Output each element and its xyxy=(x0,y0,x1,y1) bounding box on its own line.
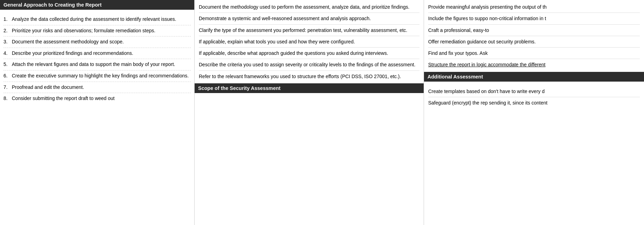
bullet-item: Safeguard (encrypt) the rep sending it, … xyxy=(428,97,640,108)
list-number: 7. xyxy=(3,84,12,91)
list-text: Document the assessment methodology and … xyxy=(12,39,191,45)
list-text: Analyze the data collected during the as… xyxy=(12,16,191,23)
list-number: 2. xyxy=(3,27,12,34)
bullet-item: Refer to the relevant frameworks you use… xyxy=(199,71,419,82)
bullet-item: Provide meaningful analysis presenting t… xyxy=(428,1,640,13)
col3-content-top: Provide meaningful analysis presenting t… xyxy=(424,0,644,72)
list-item: 8.Consider submitting the report draft t… xyxy=(3,93,191,104)
column-2: Document the methodology used to perform… xyxy=(195,0,424,225)
col1-header: General Approach to Creating the Report xyxy=(0,0,194,10)
list-number: 4. xyxy=(3,50,12,57)
col3-list: Provide meaningful analysis presenting t… xyxy=(428,1,640,70)
list-item: 4.Describe your prioritized findings and… xyxy=(3,48,191,59)
column-1: General Approach to Creating the Report … xyxy=(0,0,195,225)
list-number: 3. xyxy=(3,39,12,45)
bullet-item: Find and fix your typos. Ask xyxy=(428,48,640,59)
col2-list: Document the methodology used to perform… xyxy=(199,1,419,82)
list-text: Consider submitting the report draft to … xyxy=(12,95,191,102)
list-text: Proofread and edit the document. xyxy=(12,84,191,91)
column-3: Provide meaningful analysis presenting t… xyxy=(424,0,644,225)
list-item: 5.Attach the relevant figures and data t… xyxy=(3,59,191,70)
col1-content: 1.Analyze the data collected during the … xyxy=(0,12,194,106)
list-number: 5. xyxy=(3,61,12,68)
bullet-item: If applicable, describe what approach gu… xyxy=(199,48,419,59)
bullet-item: Clarify the type of the assessment you p… xyxy=(199,25,419,36)
col2-section2-header: Scope of the Security Assessment xyxy=(195,83,424,93)
col2-content-top: Document the methodology used to perform… xyxy=(195,0,424,83)
bullet-item: Craft a professional, easy-to xyxy=(428,25,640,36)
list-item: 6.Create the executive summary to highli… xyxy=(3,70,191,82)
bullet-item: Demonstrate a systemic and well-reasoned… xyxy=(199,13,419,24)
list-number: 8. xyxy=(3,95,12,102)
list-item: 2.Prioritize your risks and observations… xyxy=(3,25,191,37)
col3-content-bottom: Create templates based on don't have to … xyxy=(424,84,644,110)
page-container: General Approach to Creating the Report … xyxy=(0,0,644,225)
bullet-item: Describe the criteria you used to assign… xyxy=(199,59,419,70)
list-text: Attach the relevant figures and data to … xyxy=(12,61,191,68)
list-item: 7.Proofread and edit the document. xyxy=(3,82,191,93)
bullet-item: Structure the report in logic accommodat… xyxy=(428,59,640,70)
bullet-item: Include the figures to suppo non-critica… xyxy=(428,13,640,24)
bullet-item: Offer remediation guidance out security … xyxy=(428,36,640,48)
bullet-item: Document the methodology used to perform… xyxy=(199,1,419,13)
col3-list2: Create templates based on don't have to … xyxy=(428,86,640,109)
col3-section2-header: Additional Assessment xyxy=(424,72,644,82)
list-number: 1. xyxy=(3,16,12,23)
list-number: 6. xyxy=(3,73,12,80)
list-text: Create the executive summary to highligh… xyxy=(12,73,191,80)
list-text: Describe your prioritized findings and r… xyxy=(12,50,191,57)
bullet-item: If applicable, explain what tools you us… xyxy=(199,36,419,48)
list-item: 1.Analyze the data collected during the … xyxy=(3,14,191,25)
list-item: 3.Document the assessment methodology an… xyxy=(3,36,191,48)
col1-list: 1.Analyze the data collected during the … xyxy=(3,14,191,104)
bullet-item: Create templates based on don't have to … xyxy=(428,86,640,97)
list-text: Prioritize your risks and observations; … xyxy=(12,27,191,34)
